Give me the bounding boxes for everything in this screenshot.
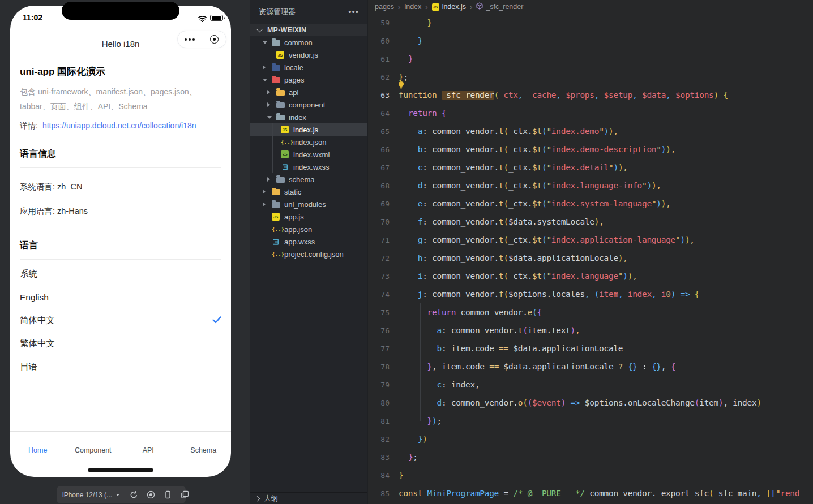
code-text: }: [399, 36, 422, 45]
tab-component[interactable]: Component: [66, 443, 121, 465]
chevron-collapsed-icon: [267, 90, 276, 94]
code-line-80[interactable]: 80 d: common_vendor.o(($event) => $optio…: [368, 394, 813, 412]
language-option[interactable]: English: [20, 286, 221, 309]
code-line-76[interactable]: 76 a: common_vendor.t(item.text),: [368, 321, 813, 339]
tree-item-index.json[interactable]: {..}index.json: [250, 136, 367, 148]
chevron-collapsed-icon: [267, 177, 276, 182]
ellipsis-icon[interactable]: •••: [348, 9, 359, 15]
code-line-78[interactable]: 78 }, item.code == $data.applicationLoca…: [368, 357, 813, 376]
code-line-59[interactable]: 59 }: [368, 14, 813, 32]
line-number: 75: [368, 308, 390, 317]
tree-item-common[interactable]: common: [250, 36, 367, 49]
tree-item-index.wxml[interactable]: <>index.wxml: [250, 148, 367, 161]
status-bar-time: 11:02: [23, 13, 42, 22]
code-area[interactable]: 59 }60 }61 }62};63function _sfc_render(_…: [368, 14, 813, 502]
code-text: c: common_vendor.t(_ctx.$t("index.detail…: [399, 163, 628, 172]
tree-item-app.json[interactable]: {..}app.json: [250, 223, 367, 235]
code-line-66[interactable]: 66 b: common_vendor.t(_ctx.$t("index.dem…: [368, 140, 813, 158]
tab-home[interactable]: Home: [10, 443, 66, 465]
project-root-row[interactable]: MP-WEIXIN: [250, 24, 367, 36]
tree-item-project.config.json[interactable]: {..}project.config.json: [250, 248, 367, 260]
phone-notch: [62, 2, 179, 20]
lightbulb-icon[interactable]: [397, 81, 405, 92]
js-file-icon: JS: [276, 51, 286, 59]
device-selector[interactable]: iPhone 12/13 (...: [62, 491, 112, 499]
code-line-79[interactable]: 79 c: index,: [368, 376, 813, 394]
code-line-75[interactable]: 75 return common_vendor.e({: [368, 303, 813, 321]
code-line-82[interactable]: 82 }): [368, 430, 813, 448]
code-line-72[interactable]: 72 h: common_vendor.t($data.applicationL…: [368, 249, 813, 267]
tree-item-app.wxss[interactable]: app.wxss: [250, 235, 367, 248]
code-line-63[interactable]: 63function _sfc_render(_ctx, _cache, $pr…: [368, 86, 813, 104]
chevron-down-icon[interactable]: [116, 494, 119, 496]
language-option[interactable]: 简体中文: [20, 309, 221, 332]
tree-item-label: common: [284, 38, 313, 47]
code-line-81[interactable]: 81 });: [368, 412, 813, 430]
language-info-list: 系统语言: zh_CN应用语言: zh-Hans: [20, 182, 221, 217]
code-line-62[interactable]: 62};: [368, 68, 813, 86]
code-line-60[interactable]: 60 }: [368, 32, 813, 50]
tree-item-app.js[interactable]: JSapp.js: [250, 210, 367, 223]
record-icon[interactable]: [147, 490, 155, 499]
tree-item-static[interactable]: static: [250, 186, 367, 198]
breadcrumb-item-pages[interactable]: pages: [375, 3, 394, 11]
toolbar-icons: [130, 490, 189, 499]
code-line-67[interactable]: 67 c: common_vendor.t(_ctx.$t("index.det…: [368, 158, 813, 176]
code-text: c: index,: [399, 380, 480, 389]
tree-item-vendor.js[interactable]: JSvendor.js: [250, 49, 367, 61]
tree-item-label: static: [284, 188, 301, 196]
code-editor: pages›index›JSindex.js›_sfc_render 59 }6…: [368, 0, 813, 504]
code-line-77[interactable]: 77 b: item.code == $data.applicationLoca…: [368, 339, 813, 357]
tree-item-index[interactable]: index: [250, 111, 367, 123]
tab-schema[interactable]: Schema: [176, 443, 232, 465]
code-line-71[interactable]: 71 g: common_vendor.t(_ctx.$t("index.app…: [368, 231, 813, 249]
code-line-70[interactable]: 70 f: common_vendor.t($data.systemLocale…: [368, 213, 813, 231]
language-option-label: English: [20, 292, 49, 303]
code-line-73[interactable]: 73 i: common_vendor.t(_ctx.$t("index.lan…: [368, 267, 813, 285]
language-option[interactable]: 日语: [20, 355, 221, 378]
folder-icon: [272, 76, 282, 83]
tree-item-label: schema: [289, 175, 315, 184]
close-minimize-button[interactable]: [202, 35, 226, 44]
tree-item-uni_modules[interactable]: uni_modules: [250, 198, 367, 210]
tree-item-label: vendor.js: [289, 51, 318, 59]
code-line-85[interactable]: 85const MiniProgramPage = /* @__PURE__ *…: [368, 484, 813, 502]
language-option[interactable]: 繁体中文: [20, 332, 221, 355]
language-option-label: 简体中文: [20, 315, 55, 326]
code-text: g: common_vendor.t(_ctx.$t("index.applic…: [399, 235, 695, 244]
code-line-61[interactable]: 61 }: [368, 50, 813, 68]
breadcrumb-item-index.js[interactable]: JSindex.js: [432, 3, 466, 11]
tree-item-schema[interactable]: schema: [250, 173, 367, 186]
breadcrumb-item-_sfc_render[interactable]: _sfc_render: [476, 2, 523, 11]
tree-item-label: api: [289, 88, 298, 97]
breadcrumb-item-index[interactable]: index: [404, 3, 421, 11]
code-line-84[interactable]: 84}: [368, 466, 813, 484]
tree-item-index.js[interactable]: JSindex.js: [250, 123, 367, 136]
code-line-74[interactable]: 74 j: common_vendor.f($options.locales, …: [368, 285, 813, 303]
windows-icon[interactable]: [181, 490, 189, 499]
tree-item-pages[interactable]: pages: [250, 74, 367, 86]
more-menu-button[interactable]: [178, 38, 202, 41]
wifi-icon: [198, 14, 207, 24]
code-line-68[interactable]: 68 d: common_vendor.t(_ctx.$t("index.lan…: [368, 176, 813, 195]
code-text: e: common_vendor.t(_ctx.$t("index.system…: [399, 199, 671, 208]
code-line-69[interactable]: 69 e: common_vendor.t(_ctx.$t("index.sys…: [368, 195, 813, 213]
refresh-icon[interactable]: [130, 490, 138, 499]
tab-api[interactable]: API: [121, 443, 176, 465]
code-text: }, item.code == $data.applicationLocale …: [399, 362, 675, 371]
tree-item-api[interactable]: api: [250, 86, 367, 98]
chevron-right-icon: [255, 496, 260, 501]
code-line-65[interactable]: 65 a: common_vendor.t(_ctx.$t("index.dem…: [368, 122, 813, 140]
phone-simulator: 11:02 Hello i18n uni-app 国际化演示 包含 uni-fr…: [10, 6, 231, 477]
code-line-64[interactable]: 64 return {: [368, 104, 813, 122]
tree-item-index.wxss[interactable]: index.wxss: [250, 161, 367, 173]
code-text: }): [399, 434, 427, 443]
device-icon[interactable]: [164, 490, 172, 499]
code-line-83[interactable]: 83 };: [368, 448, 813, 466]
line-number: 78: [368, 363, 390, 371]
detail-link[interactable]: https://uniapp.dcloud.net.cn/collocation…: [42, 121, 196, 130]
tree-item-component[interactable]: component: [250, 98, 367, 111]
outline-section[interactable]: 大纲: [250, 492, 367, 504]
language-option[interactable]: 系统: [20, 262, 221, 286]
tree-item-locale[interactable]: locale: [250, 61, 367, 74]
